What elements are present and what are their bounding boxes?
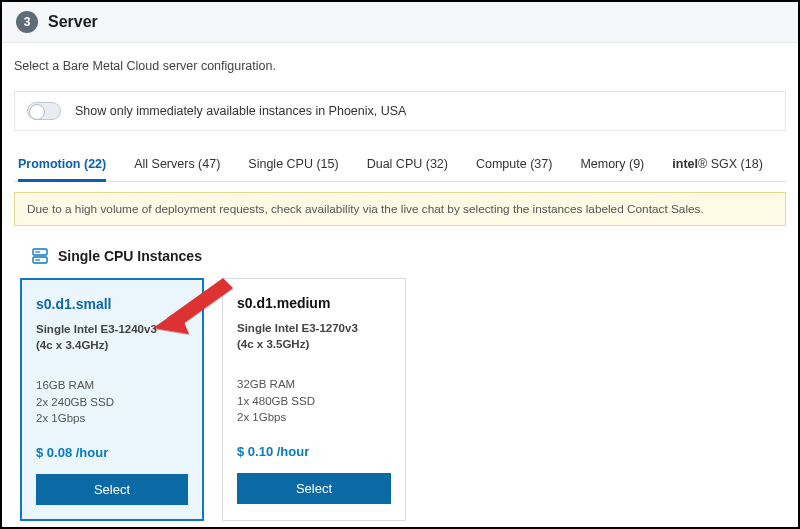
- step-header: 3 Server: [2, 2, 798, 43]
- section-title: Single CPU Instances: [58, 248, 202, 264]
- instance-specs: 16GB RAM 2x 240GB SSD 2x 1Gbps: [36, 377, 188, 427]
- instance-cards: s0.d1.small Single Intel E3-1240v3 (4c x…: [14, 278, 786, 521]
- intro-text: Select a Bare Metal Cloud server configu…: [14, 59, 786, 73]
- availability-toggle-row: Show only immediately available instance…: [14, 91, 786, 131]
- availability-toggle-label: Show only immediately available instance…: [75, 104, 406, 118]
- spec-ram: 16GB RAM: [36, 377, 188, 394]
- tab-intel-sgx[interactable]: intel® SGX (18): [672, 149, 763, 181]
- cpu-model: Single Intel E3-1270v3: [237, 321, 391, 337]
- server-tabs: Promotion (22) All Servers (47) Single C…: [14, 149, 786, 182]
- intel-brand: intel® SGX: [672, 157, 737, 171]
- spec-storage: 1x 480GB SSD: [237, 393, 391, 410]
- section-heading: Single CPU Instances: [32, 248, 786, 264]
- availability-notice: Due to a high volume of deployment reque…: [14, 192, 786, 226]
- cpu-cores: (4c x 3.5GHz): [237, 337, 391, 353]
- page-title: Server: [48, 13, 98, 31]
- instance-specs: 32GB RAM 1x 480GB SSD 2x 1Gbps: [237, 376, 391, 426]
- tab-dual-cpu[interactable]: Dual CPU (32): [367, 149, 448, 181]
- tab-memory[interactable]: Memory (9): [580, 149, 644, 181]
- instance-name: s0.d1.small: [36, 296, 188, 312]
- instance-card-s0-d1-small[interactable]: s0.d1.small Single Intel E3-1240v3 (4c x…: [20, 278, 204, 521]
- spec-storage: 2x 240GB SSD: [36, 394, 188, 411]
- availability-toggle[interactable]: [27, 102, 61, 120]
- instance-cpu: Single Intel E3-1240v3 (4c x 3.4GHz): [36, 322, 188, 353]
- instance-price: $ 0.08 /hour: [36, 445, 188, 460]
- spec-network: 2x 1Gbps: [36, 410, 188, 427]
- tab-all-servers[interactable]: All Servers (47): [134, 149, 220, 181]
- select-button[interactable]: Select: [36, 474, 188, 505]
- server-list-icon: [32, 248, 48, 264]
- select-button[interactable]: Select: [237, 473, 391, 504]
- tab-single-cpu[interactable]: Single CPU (15): [248, 149, 338, 181]
- cpu-cores: (4c x 3.4GHz): [36, 338, 188, 354]
- tab-compute[interactable]: Compute (37): [476, 149, 552, 181]
- cpu-model: Single Intel E3-1240v3: [36, 322, 188, 338]
- instance-cpu: Single Intel E3-1270v3 (4c x 3.5GHz): [237, 321, 391, 352]
- instance-card-s0-d1-medium[interactable]: s0.d1.medium Single Intel E3-1270v3 (4c …: [222, 278, 406, 521]
- spec-network: 2x 1Gbps: [237, 409, 391, 426]
- spec-ram: 32GB RAM: [237, 376, 391, 393]
- instance-price: $ 0.10 /hour: [237, 444, 391, 459]
- step-number-badge: 3: [16, 11, 38, 33]
- tab-count: (18): [737, 157, 763, 171]
- instance-name: s0.d1.medium: [237, 295, 391, 311]
- tab-promotion[interactable]: Promotion (22): [18, 149, 106, 182]
